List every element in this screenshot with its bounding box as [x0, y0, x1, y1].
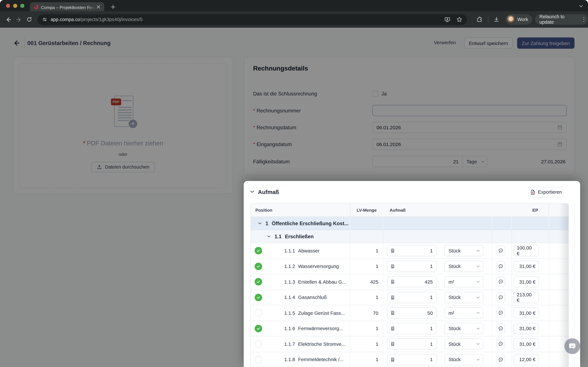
- zoom-window-button[interactable]: [20, 4, 24, 8]
- comment-button[interactable]: [496, 277, 505, 287]
- expand-chevron-icon[interactable]: [267, 234, 272, 239]
- position-row: 1.1.3Erstellen & Abbau G...425425m²31,00…: [251, 274, 569, 290]
- extensions-icon[interactable]: [474, 14, 485, 25]
- comment-button[interactable]: [496, 308, 505, 318]
- downloads-icon[interactable]: [491, 14, 502, 25]
- position-name: Gasanschluß: [298, 294, 327, 300]
- page-content: 001 Gerüstarbeiten / Rechnung Verwerfen …: [0, 28, 588, 367]
- unit-select[interactable]: Stück: [444, 261, 484, 272]
- position-name: Elektrische Stromve...: [298, 341, 345, 347]
- url-host: app.compa.co: [51, 17, 80, 22]
- comment-button[interactable]: [496, 261, 505, 272]
- aufmass-input[interactable]: 425: [387, 276, 437, 288]
- unit-select[interactable]: Stück: [444, 354, 484, 365]
- unit-select[interactable]: m²: [444, 307, 484, 318]
- calculator-icon[interactable]: [390, 264, 395, 269]
- aufmass-input[interactable]: 1: [387, 245, 437, 256]
- table-body: 1Öffentliche Erschließung Kost...1.1Ersc…: [251, 217, 569, 367]
- comment-button[interactable]: [496, 354, 505, 365]
- calculator-icon[interactable]: [390, 311, 395, 315]
- install-app-icon[interactable]: [442, 14, 452, 25]
- ep-input[interactable]: 100,00 €: [513, 245, 539, 256]
- unit-select[interactable]: Stück: [444, 292, 484, 303]
- unchecked-status-icon[interactable]: [255, 356, 262, 363]
- position-row: 1.1.7Elektrische Stromve...11Stück31,00 …: [251, 336, 569, 352]
- chat-launcher-button[interactable]: [564, 338, 580, 354]
- checked-status-icon[interactable]: [255, 247, 262, 255]
- tab-title: Compa – Projektkosten Rechn: [41, 5, 95, 10]
- position-row: 1.1.4Gasanschluß11Stück213,00 €: [251, 290, 569, 305]
- forward-icon[interactable]: [14, 14, 24, 25]
- position-number: 1.1.7: [284, 341, 295, 347]
- tab-close-icon[interactable]: [95, 4, 101, 10]
- aufmass-input[interactable]: 1: [387, 261, 437, 272]
- export-button[interactable]: Exportieren: [529, 187, 563, 197]
- ep-input[interactable]: 213,00 €: [513, 292, 539, 303]
- calculator-icon[interactable]: [390, 295, 395, 300]
- unchecked-status-icon[interactable]: [255, 309, 262, 317]
- calculator-icon[interactable]: [390, 342, 395, 346]
- subgroup-row: 1.1Erschließen: [251, 230, 569, 243]
- ep-input[interactable]: 31,00 €: [513, 261, 539, 272]
- reload-icon[interactable]: [24, 14, 34, 25]
- lv-menge-value: 1: [376, 352, 378, 367]
- ep-input[interactable]: 31,00 €: [513, 276, 539, 288]
- aufmass-input[interactable]: 1: [387, 323, 437, 334]
- browser-menu-icon[interactable]: [582, 17, 586, 22]
- ep-input[interactable]: 12,00 €: [513, 354, 539, 365]
- unit-select[interactable]: Stück: [444, 323, 484, 334]
- unchecked-status-icon[interactable]: [255, 340, 262, 348]
- checked-status-icon[interactable]: [255, 263, 262, 270]
- checked-status-icon[interactable]: [255, 278, 262, 286]
- address-bar[interactable]: app.compa.co/projects/1gk3ps40j/invoices…: [38, 14, 467, 25]
- aufmass-input[interactable]: 50: [387, 307, 437, 318]
- unit-select[interactable]: Stück: [444, 338, 484, 350]
- bookmark-star-icon[interactable]: [454, 14, 464, 25]
- comment-button[interactable]: [496, 245, 505, 256]
- site-settings-icon[interactable]: [42, 17, 47, 22]
- group-number: 1: [265, 220, 268, 226]
- aufmass-input[interactable]: 1: [387, 354, 437, 365]
- tab-search-button[interactable]: [577, 2, 585, 10]
- chevron-down-icon: [476, 311, 480, 315]
- chevron-down-icon: [476, 280, 480, 284]
- new-tab-button[interactable]: [109, 3, 117, 11]
- aufmass-value: 50: [427, 310, 433, 316]
- calculator-icon[interactable]: [390, 357, 395, 362]
- profile-name: Work: [517, 17, 528, 22]
- chevron-down-icon: [476, 249, 480, 253]
- comment-button[interactable]: [496, 339, 505, 349]
- comment-button[interactable]: [496, 292, 505, 302]
- aufmass-input[interactable]: 1: [387, 292, 437, 303]
- aufmass-input[interactable]: 1: [387, 338, 437, 350]
- unit-value: m²: [449, 279, 454, 284]
- unit-select[interactable]: Stück: [444, 245, 484, 256]
- browser-tab[interactable]: Compa – Projektkosten Rechn: [30, 2, 104, 11]
- minimize-window-button[interactable]: [13, 4, 17, 8]
- position-name: Erstellen & Abbau G...: [298, 279, 346, 284]
- calculator-icon[interactable]: [390, 280, 395, 284]
- lv-menge-value: 1: [376, 259, 378, 274]
- profile-button[interactable]: Work: [505, 14, 532, 25]
- calculator-icon[interactable]: [390, 249, 395, 253]
- unit-select[interactable]: m²: [444, 276, 484, 288]
- unit-value: Stück: [449, 341, 461, 347]
- ep-input[interactable]: 31,00 €: [513, 323, 539, 334]
- expand-chevron-icon[interactable]: [258, 221, 263, 226]
- checked-status-icon[interactable]: [255, 325, 262, 332]
- ep-input[interactable]: 31,00 €: [513, 338, 539, 350]
- collapse-chevron-icon[interactable]: [249, 189, 256, 195]
- close-window-button[interactable]: [6, 4, 10, 8]
- unit-value: Stück: [449, 294, 461, 300]
- aufmass-sheet: Aufmaß Exportieren Position LV-Menge Auf…: [244, 181, 580, 367]
- back-icon[interactable]: [3, 14, 13, 25]
- ep-input[interactable]: 31,00 €: [513, 307, 539, 318]
- relaunch-to-update-button[interactable]: Relaunch to update: [535, 14, 588, 25]
- calculator-icon[interactable]: [390, 326, 395, 331]
- lv-menge-value: 1: [376, 336, 378, 352]
- chevron-down-icon: [476, 342, 480, 346]
- position-row: 1.1.6Fernwärmeversorg...11Stück31,00 €: [251, 321, 569, 336]
- comment-button[interactable]: [496, 323, 505, 334]
- checked-status-icon[interactable]: [255, 293, 262, 301]
- pdf-file-icon: [530, 190, 535, 195]
